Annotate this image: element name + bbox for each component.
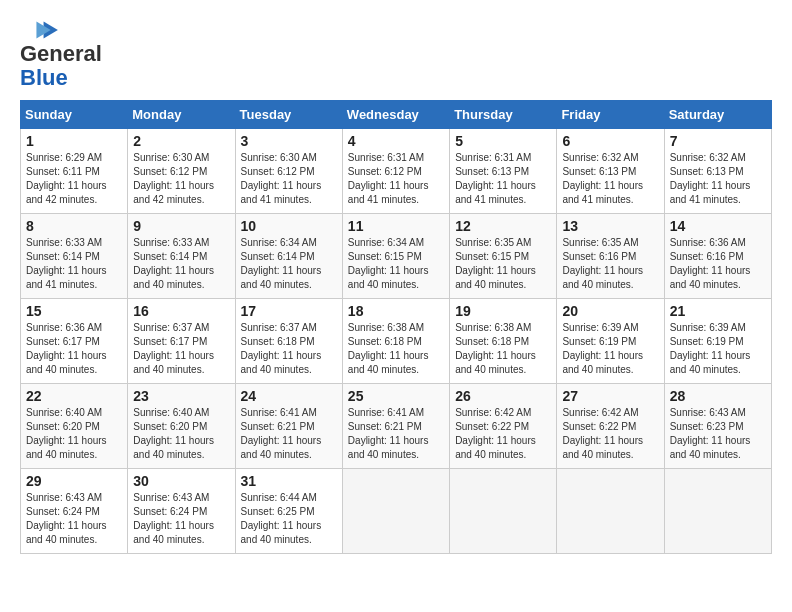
- day-info: Sunrise: 6:43 AMSunset: 6:24 PMDaylight:…: [133, 492, 214, 545]
- day-info: Sunrise: 6:39 AMSunset: 6:19 PMDaylight:…: [562, 322, 643, 375]
- calendar-header-row: SundayMondayTuesdayWednesdayThursdayFrid…: [21, 101, 772, 129]
- day-number: 21: [670, 303, 766, 319]
- calendar-week-4: 22 Sunrise: 6:40 AMSunset: 6:20 PMDaylig…: [21, 384, 772, 469]
- day-number: 8: [26, 218, 122, 234]
- day-number: 30: [133, 473, 229, 489]
- calendar-cell: 11 Sunrise: 6:34 AMSunset: 6:15 PMDaylig…: [342, 214, 449, 299]
- day-info: Sunrise: 6:31 AMSunset: 6:13 PMDaylight:…: [455, 152, 536, 205]
- day-info: Sunrise: 6:34 AMSunset: 6:14 PMDaylight:…: [241, 237, 322, 290]
- day-info: Sunrise: 6:43 AMSunset: 6:24 PMDaylight:…: [26, 492, 107, 545]
- day-info: Sunrise: 6:42 AMSunset: 6:22 PMDaylight:…: [562, 407, 643, 460]
- day-info: Sunrise: 6:30 AMSunset: 6:12 PMDaylight:…: [241, 152, 322, 205]
- day-info: Sunrise: 6:43 AMSunset: 6:23 PMDaylight:…: [670, 407, 751, 460]
- calendar-cell: 10 Sunrise: 6:34 AMSunset: 6:14 PMDaylig…: [235, 214, 342, 299]
- col-header-tuesday: Tuesday: [235, 101, 342, 129]
- calendar-cell: 29 Sunrise: 6:43 AMSunset: 6:24 PMDaylig…: [21, 469, 128, 554]
- day-number: 15: [26, 303, 122, 319]
- logo: GeneralBlue: [20, 20, 102, 90]
- calendar-cell: 7 Sunrise: 6:32 AMSunset: 6:13 PMDayligh…: [664, 129, 771, 214]
- calendar-cell: 17 Sunrise: 6:37 AMSunset: 6:18 PMDaylig…: [235, 299, 342, 384]
- calendar-cell: 24 Sunrise: 6:41 AMSunset: 6:21 PMDaylig…: [235, 384, 342, 469]
- day-info: Sunrise: 6:32 AMSunset: 6:13 PMDaylight:…: [562, 152, 643, 205]
- calendar-cell: [557, 469, 664, 554]
- calendar-week-2: 8 Sunrise: 6:33 AMSunset: 6:14 PMDayligh…: [21, 214, 772, 299]
- day-number: 22: [26, 388, 122, 404]
- calendar-cell: 8 Sunrise: 6:33 AMSunset: 6:14 PMDayligh…: [21, 214, 128, 299]
- day-number: 29: [26, 473, 122, 489]
- day-info: Sunrise: 6:35 AMSunset: 6:15 PMDaylight:…: [455, 237, 536, 290]
- calendar-cell: 23 Sunrise: 6:40 AMSunset: 6:20 PMDaylig…: [128, 384, 235, 469]
- day-number: 25: [348, 388, 444, 404]
- calendar-table: SundayMondayTuesdayWednesdayThursdayFrid…: [20, 100, 772, 554]
- day-number: 12: [455, 218, 551, 234]
- calendar-cell: 3 Sunrise: 6:30 AMSunset: 6:12 PMDayligh…: [235, 129, 342, 214]
- day-number: 13: [562, 218, 658, 234]
- day-info: Sunrise: 6:36 AMSunset: 6:17 PMDaylight:…: [26, 322, 107, 375]
- day-number: 2: [133, 133, 229, 149]
- calendar-cell: 1 Sunrise: 6:29 AMSunset: 6:11 PMDayligh…: [21, 129, 128, 214]
- day-number: 3: [241, 133, 337, 149]
- day-number: 31: [241, 473, 337, 489]
- day-number: 27: [562, 388, 658, 404]
- day-info: Sunrise: 6:41 AMSunset: 6:21 PMDaylight:…: [348, 407, 429, 460]
- day-number: 19: [455, 303, 551, 319]
- calendar-cell: 25 Sunrise: 6:41 AMSunset: 6:21 PMDaylig…: [342, 384, 449, 469]
- col-header-monday: Monday: [128, 101, 235, 129]
- day-info: Sunrise: 6:42 AMSunset: 6:22 PMDaylight:…: [455, 407, 536, 460]
- calendar-cell: 6 Sunrise: 6:32 AMSunset: 6:13 PMDayligh…: [557, 129, 664, 214]
- day-number: 16: [133, 303, 229, 319]
- day-number: 7: [670, 133, 766, 149]
- calendar-cell: 21 Sunrise: 6:39 AMSunset: 6:19 PMDaylig…: [664, 299, 771, 384]
- day-number: 24: [241, 388, 337, 404]
- calendar-cell: 4 Sunrise: 6:31 AMSunset: 6:12 PMDayligh…: [342, 129, 449, 214]
- calendar-cell: [342, 469, 449, 554]
- calendar-cell: 22 Sunrise: 6:40 AMSunset: 6:20 PMDaylig…: [21, 384, 128, 469]
- day-info: Sunrise: 6:33 AMSunset: 6:14 PMDaylight:…: [26, 237, 107, 290]
- page-header: GeneralBlue: [20, 20, 772, 90]
- calendar-cell: 20 Sunrise: 6:39 AMSunset: 6:19 PMDaylig…: [557, 299, 664, 384]
- day-info: Sunrise: 6:37 AMSunset: 6:17 PMDaylight:…: [133, 322, 214, 375]
- day-number: 26: [455, 388, 551, 404]
- day-number: 28: [670, 388, 766, 404]
- calendar-cell: 15 Sunrise: 6:36 AMSunset: 6:17 PMDaylig…: [21, 299, 128, 384]
- day-info: Sunrise: 6:39 AMSunset: 6:19 PMDaylight:…: [670, 322, 751, 375]
- day-number: 17: [241, 303, 337, 319]
- calendar-cell: 14 Sunrise: 6:36 AMSunset: 6:16 PMDaylig…: [664, 214, 771, 299]
- day-info: Sunrise: 6:35 AMSunset: 6:16 PMDaylight:…: [562, 237, 643, 290]
- day-number: 10: [241, 218, 337, 234]
- day-info: Sunrise: 6:37 AMSunset: 6:18 PMDaylight:…: [241, 322, 322, 375]
- calendar-cell: 31 Sunrise: 6:44 AMSunset: 6:25 PMDaylig…: [235, 469, 342, 554]
- day-number: 20: [562, 303, 658, 319]
- logo-icon: [20, 20, 60, 40]
- calendar-cell: 28 Sunrise: 6:43 AMSunset: 6:23 PMDaylig…: [664, 384, 771, 469]
- day-number: 1: [26, 133, 122, 149]
- day-info: Sunrise: 6:44 AMSunset: 6:25 PMDaylight:…: [241, 492, 322, 545]
- calendar-cell: 18 Sunrise: 6:38 AMSunset: 6:18 PMDaylig…: [342, 299, 449, 384]
- calendar-week-5: 29 Sunrise: 6:43 AMSunset: 6:24 PMDaylig…: [21, 469, 772, 554]
- calendar-cell: [450, 469, 557, 554]
- day-info: Sunrise: 6:38 AMSunset: 6:18 PMDaylight:…: [455, 322, 536, 375]
- day-info: Sunrise: 6:40 AMSunset: 6:20 PMDaylight:…: [133, 407, 214, 460]
- day-number: 14: [670, 218, 766, 234]
- calendar-cell: 9 Sunrise: 6:33 AMSunset: 6:14 PMDayligh…: [128, 214, 235, 299]
- day-number: 4: [348, 133, 444, 149]
- day-info: Sunrise: 6:32 AMSunset: 6:13 PMDaylight:…: [670, 152, 751, 205]
- day-info: Sunrise: 6:33 AMSunset: 6:14 PMDaylight:…: [133, 237, 214, 290]
- col-header-saturday: Saturday: [664, 101, 771, 129]
- day-number: 9: [133, 218, 229, 234]
- calendar-cell: 12 Sunrise: 6:35 AMSunset: 6:15 PMDaylig…: [450, 214, 557, 299]
- day-info: Sunrise: 6:34 AMSunset: 6:15 PMDaylight:…: [348, 237, 429, 290]
- calendar-cell: 26 Sunrise: 6:42 AMSunset: 6:22 PMDaylig…: [450, 384, 557, 469]
- logo-text: GeneralBlue: [20, 41, 102, 90]
- calendar-cell: 30 Sunrise: 6:43 AMSunset: 6:24 PMDaylig…: [128, 469, 235, 554]
- calendar-cell: [664, 469, 771, 554]
- day-number: 18: [348, 303, 444, 319]
- calendar-cell: 16 Sunrise: 6:37 AMSunset: 6:17 PMDaylig…: [128, 299, 235, 384]
- day-info: Sunrise: 6:38 AMSunset: 6:18 PMDaylight:…: [348, 322, 429, 375]
- col-header-friday: Friday: [557, 101, 664, 129]
- day-info: Sunrise: 6:31 AMSunset: 6:12 PMDaylight:…: [348, 152, 429, 205]
- day-info: Sunrise: 6:36 AMSunset: 6:16 PMDaylight:…: [670, 237, 751, 290]
- day-info: Sunrise: 6:30 AMSunset: 6:12 PMDaylight:…: [133, 152, 214, 205]
- col-header-wednesday: Wednesday: [342, 101, 449, 129]
- col-header-thursday: Thursday: [450, 101, 557, 129]
